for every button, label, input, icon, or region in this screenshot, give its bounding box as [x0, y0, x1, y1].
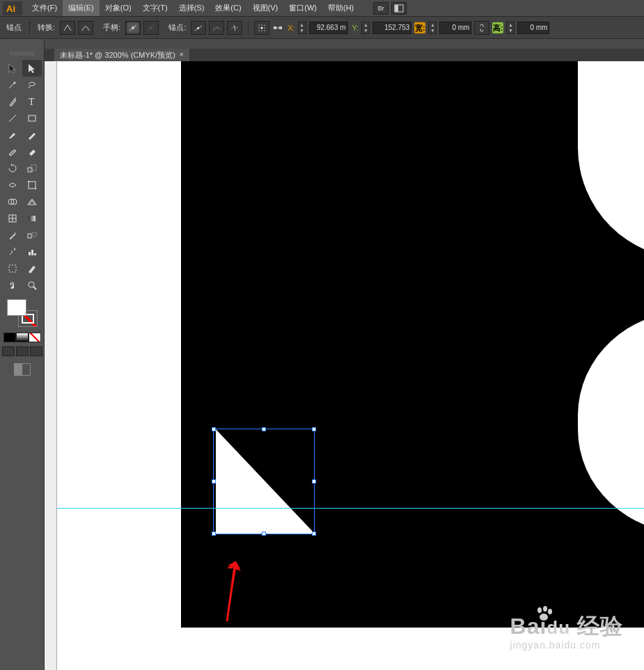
remove-anchor-button[interactable] — [191, 21, 206, 35]
svg-point-10 — [261, 24, 262, 26]
sel-handle-tl[interactable] — [212, 427, 216, 431]
arrange-docs-button[interactable] — [391, 2, 407, 15]
svg-rect-35 — [28, 234, 31, 238]
fill-swatch[interactable] — [7, 299, 26, 316]
fill-stroke-swatch[interactable] — [7, 299, 38, 327]
pen-tool[interactable] — [3, 93, 22, 110]
h-spinner[interactable]: ▲▼ — [506, 22, 515, 34]
screen-mode-button[interactable] — [14, 363, 31, 376]
handle-hide-button[interactable] — [143, 21, 159, 35]
ref-point-widget[interactable] — [254, 21, 269, 35]
draw-normal-button[interactable] — [2, 346, 15, 356]
sel-handle-ml[interactable] — [212, 479, 216, 484]
slice-tool[interactable] — [22, 260, 42, 277]
svg-point-16 — [261, 30, 262, 31]
h-label: 高: — [492, 22, 503, 33]
x-input[interactable] — [309, 22, 348, 34]
paintbrush-tool[interactable] — [3, 127, 22, 143]
convert-corner-button[interactable] — [60, 21, 75, 35]
document-tab[interactable]: 未标题-1* @ 3200% (CMYK/预览) × — [54, 49, 189, 61]
hand-tool[interactable] — [3, 277, 22, 294]
selection-tool[interactable] — [3, 60, 22, 77]
canvas-area[interactable]: Baidu 经验 jingyan.baidu.com — [45, 61, 644, 670]
width-tool[interactable] — [3, 177, 22, 193]
selection-bounding-box[interactable] — [213, 429, 315, 534]
mesh-tool[interactable] — [3, 210, 22, 227]
column-graph-tool[interactable] — [22, 244, 42, 260]
sel-handle-mr[interactable] — [312, 479, 316, 484]
handle-show-button[interactable] — [125, 21, 141, 35]
scale-tool[interactable] — [22, 160, 42, 177]
gradient-tool[interactable] — [22, 210, 42, 227]
svg-point-11 — [264, 24, 265, 26]
color-gradient-button[interactable] — [16, 333, 29, 342]
svg-point-9 — [258, 24, 260, 26]
rectangle-tool[interactable] — [22, 110, 42, 127]
menu-effect[interactable]: 效果(C) — [210, 0, 246, 16]
link-wh-button[interactable] — [474, 21, 489, 35]
svg-text:T: T — [29, 97, 35, 107]
sel-handle-bc[interactable] — [262, 532, 266, 536]
artboard-tool[interactable] — [3, 260, 22, 277]
line-tool[interactable] — [3, 110, 22, 127]
connect-anchor-button[interactable] — [209, 21, 224, 35]
w-spinner[interactable]: ▲▼ — [428, 22, 437, 34]
sel-handle-bl[interactable] — [212, 532, 216, 536]
draw-behind-button[interactable] — [16, 346, 29, 356]
menu-object[interactable]: 对象(O) — [100, 0, 137, 16]
menu-select[interactable]: 选择(S) — [173, 0, 210, 16]
perspective-grid-tool[interactable] — [22, 193, 42, 210]
x-spinner[interactable]: ▲▼ — [298, 22, 306, 34]
eraser-tool[interactable] — [22, 143, 42, 160]
y-spinner[interactable]: ▲▼ — [361, 22, 370, 34]
color-solid-button[interactable] — [3, 333, 16, 342]
svg-point-44 — [543, 606, 547, 612]
draw-inside-button[interactable] — [30, 346, 42, 356]
cut-anchor-button[interactable] — [227, 21, 242, 35]
x-label: X: — [288, 24, 294, 32]
watermark-jingyan: 经验 — [577, 614, 623, 639]
vertical-ruler[interactable] — [45, 61, 57, 670]
rotate-tool[interactable] — [3, 160, 22, 177]
bridge-button[interactable]: Br — [373, 2, 388, 15]
svg-rect-23 — [29, 115, 36, 121]
symbol-sprayer-tool[interactable] — [3, 244, 22, 260]
y-input[interactable] — [372, 22, 411, 34]
menu-help[interactable]: 帮助(H) — [322, 0, 359, 16]
document-tab-close[interactable]: × — [180, 49, 184, 61]
svg-line-8 — [234, 25, 235, 31]
svg-line-6 — [148, 25, 155, 31]
magic-wand-tool[interactable] — [3, 77, 22, 93]
svg-rect-36 — [33, 232, 36, 237]
w-input[interactable] — [439, 22, 471, 34]
panel-grip[interactable] — [10, 51, 35, 56]
color-none-button[interactable] — [29, 333, 41, 342]
sel-handle-br[interactable] — [312, 532, 316, 536]
pencil-tool[interactable] — [22, 127, 42, 143]
svg-point-41 — [29, 282, 34, 287]
menu-view[interactable]: 视图(V) — [247, 0, 284, 16]
w-label: 宽: — [414, 22, 425, 33]
shape-builder-tool[interactable] — [3, 193, 22, 210]
svg-rect-7 — [197, 27, 199, 29]
menu-type[interactable]: 文字(T) — [137, 0, 173, 16]
direct-selection-tool[interactable] — [22, 60, 42, 77]
zoom-tool[interactable] — [22, 277, 42, 294]
menu-edit[interactable]: 编辑(E) — [63, 0, 100, 16]
eyedropper-tool[interactable] — [3, 227, 22, 244]
horizontal-guide[interactable] — [57, 508, 644, 509]
menu-file[interactable]: 文件(F) — [26, 0, 63, 16]
sel-handle-tc[interactable] — [262, 427, 266, 431]
blob-brush-tool[interactable] — [3, 143, 22, 160]
svg-point-13 — [261, 26, 263, 29]
blend-tool[interactable] — [22, 227, 42, 244]
h-input[interactable] — [517, 22, 549, 34]
type-tool[interactable]: T — [22, 93, 42, 110]
menu-window[interactable]: 窗口(W) — [283, 0, 322, 16]
sel-handle-tr[interactable] — [312, 427, 316, 431]
convert-smooth-button[interactable] — [78, 21, 93, 35]
free-transform-tool[interactable] — [22, 177, 42, 193]
lasso-tool[interactable] — [22, 77, 42, 93]
watermark-du: du — [547, 617, 570, 638]
svg-rect-2 — [395, 5, 398, 12]
